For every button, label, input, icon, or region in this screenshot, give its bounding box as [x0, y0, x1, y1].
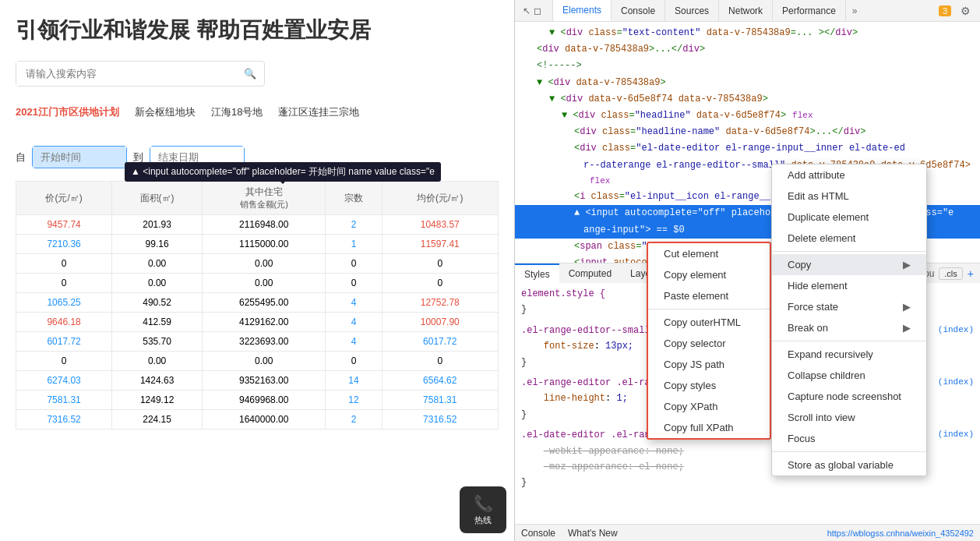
hotline-label: 热线 [474, 514, 492, 526]
tab-performance[interactable]: Performance [773, 0, 846, 21]
menu-edit-as-html[interactable]: Edit as HTML [772, 186, 926, 207]
table-cell: 4 [326, 332, 382, 352]
menu-copy[interactable]: Copy ▶ [772, 254, 926, 275]
element-context-menu[interactable]: Add attribute Edit as HTML Duplicate ele… [771, 164, 927, 476]
menu-copy-outerhtml[interactable]: Copy outerHTML [648, 312, 770, 333]
add-style-icon[interactable]: + [968, 267, 974, 280]
menu-cut-element[interactable]: Cut element [648, 243, 770, 264]
tab-network[interactable]: Network [719, 0, 773, 21]
table-cell: 7581.31 [382, 391, 498, 410]
menu-copy-element[interactable]: Copy element [648, 264, 770, 285]
arrow-icon-3: ▶ [903, 322, 911, 334]
menu-divider-4 [772, 451, 926, 452]
date-start-input-wrap[interactable] [32, 146, 127, 168]
menu-divider [648, 309, 770, 309]
menu-copy-selector[interactable]: Copy selector [648, 333, 770, 354]
table-cell: 6017.72 [382, 332, 498, 352]
main-title: 引领行业和谐发展 帮助百姓置业安居 [16, 16, 499, 45]
tab-styles[interactable]: Styles [515, 263, 559, 283]
table-row: 7210.3699.161115000.00111597.41 [16, 235, 499, 254]
devtools-url[interactable]: https://wblogss.cnhna/weixin_4352492 [827, 529, 974, 538]
search-input[interactable] [16, 62, 236, 86]
menu-copy-xpath[interactable]: Copy XPath [648, 396, 770, 417]
console-tab-bottom[interactable]: Console [521, 528, 555, 539]
table-cell: 1249.12 [112, 391, 203, 410]
cls-button[interactable]: .cls [939, 267, 963, 280]
tab-pengjiang[interactable]: 蓬江区连挂三宗地 [278, 102, 359, 122]
devtools-tab-bar: ↖ ◻ Elements Console Sources Network Per… [515, 0, 980, 22]
whats-new-tab[interactable]: What's New [568, 528, 618, 539]
table-cell: 7581.31 [16, 391, 112, 410]
tab-more[interactable]: » [846, 5, 864, 16]
style-link-2[interactable]: (index) [938, 375, 974, 390]
menu-copy-styles[interactable]: Copy styles [648, 375, 770, 396]
tree-line: <div class="headline-name" data-v-6d5e8f… [515, 124, 980, 140]
menu-expand-recursively[interactable]: Expand recursively [772, 344, 926, 365]
settings-icon[interactable]: ⚙ [957, 3, 974, 19]
style-link-3[interactable]: (index) [938, 427, 974, 442]
table-cell: 0.00 [203, 274, 326, 293]
menu-copy-js-path[interactable]: Copy JS path [648, 354, 770, 375]
table-cell: 4 [326, 293, 382, 313]
table-cell: 1640000.00 [203, 410, 326, 430]
tab-console[interactable]: Console [612, 0, 665, 21]
table-cell: 4 [326, 313, 382, 332]
menu-copy-full-xpath[interactable]: Copy full XPath [648, 417, 770, 438]
table-cell: 10483.57 [382, 215, 498, 235]
search-bar[interactable]: 🔍 [16, 61, 265, 87]
tab-bar: 2021江门市区供地计划 新会枢纽地块 江海18号地 蓬江区连挂三宗地 [16, 102, 499, 122]
style-link-1[interactable]: (index) [938, 323, 974, 338]
arrow-icon-2: ▶ [903, 301, 911, 313]
table-cell: 6274.03 [16, 371, 112, 391]
menu-capture-screenshot[interactable]: Capture node screenshot [772, 386, 926, 407]
menu-hide-element[interactable]: Hide element [772, 275, 926, 296]
table-row: 6274.031424.639352163.00146564.62 [16, 371, 499, 391]
tab-2021[interactable]: 2021江门市区供地计划 [16, 102, 119, 122]
copy-submenu[interactable]: Cut element Copy element Paste element C… [647, 242, 771, 440]
table-cell: 0.00 [112, 274, 203, 293]
tree-line: <!-----> [515, 58, 980, 74]
devtools-toolbar-right: 3 ⚙ [936, 3, 980, 19]
table-cell: 2 [326, 215, 382, 235]
table-cell: 490.52 [112, 293, 203, 313]
col-pingjun: 均价(元/㎡) [382, 182, 498, 215]
menu-focus[interactable]: Focus [772, 428, 926, 449]
table-cell: 0 [326, 352, 382, 371]
date-start-input[interactable] [33, 147, 126, 168]
arrow-icon: ▶ [903, 259, 911, 270]
tree-line: ▼ <div data-v-6d5e8f74 data-v-785438a9> [515, 91, 980, 108]
table-row: 00.000.0000 [16, 352, 499, 371]
menu-break-on[interactable]: Break on ▶ [772, 317, 926, 338]
menu-force-state[interactable]: Force state ▶ [772, 296, 926, 317]
table-row: 00.000.0000 [16, 254, 499, 274]
data-table-area: 价(元/㎡) 面积(㎡) 其中住宅 销售金额(元) 宗数 均价(元/㎡) 945… [16, 181, 499, 430]
table-cell: 9457.74 [16, 215, 112, 235]
menu-store-global[interactable]: Store as global variable [772, 454, 926, 476]
table-cell: 0.00 [203, 254, 326, 274]
table-cell: 99.16 [112, 235, 203, 254]
table-cell: 12 [326, 391, 382, 410]
menu-delete-element[interactable]: Delete element [772, 228, 926, 249]
date-label-from: 自 [16, 150, 26, 164]
tab-elements[interactable]: ↖ ◻ [515, 0, 553, 21]
menu-divider-2 [772, 251, 926, 252]
menu-add-attribute[interactable]: Add attribute [772, 164, 926, 186]
menu-duplicate-element[interactable]: Duplicate element [772, 207, 926, 228]
tab-computed[interactable]: Computed [559, 263, 621, 283]
tree-line: ▼ <div class="headline" data-v-6d5e8f74>… [515, 108, 980, 124]
tab-new-hub[interactable]: 新会枢纽地块 [135, 102, 196, 122]
tab-sources[interactable]: Sources [665, 0, 719, 21]
tab-elements-label[interactable]: Elements [553, 0, 612, 21]
menu-paste-element[interactable]: Paste element [648, 285, 770, 306]
menu-collapse-children[interactable]: Collapse children [772, 365, 926, 386]
tree-line: <div data-v-785438a9>...</div> [515, 41, 980, 58]
tree-line: <div class="el-date-editor el-range-inpu… [515, 140, 980, 157]
search-icon[interactable]: 🔍 [236, 62, 264, 86]
tab-jianghai[interactable]: 江海18号地 [211, 102, 263, 122]
col-group-header: 其中住宅 销售金额(元) [203, 182, 326, 215]
menu-scroll-into-view[interactable]: Scroll into view [772, 407, 926, 428]
table-cell: 0 [326, 254, 382, 274]
table-cell: 10007.90 [382, 313, 498, 332]
hotline-button[interactable]: 📞 热线 [460, 486, 506, 533]
table-cell: 224.15 [112, 410, 203, 430]
